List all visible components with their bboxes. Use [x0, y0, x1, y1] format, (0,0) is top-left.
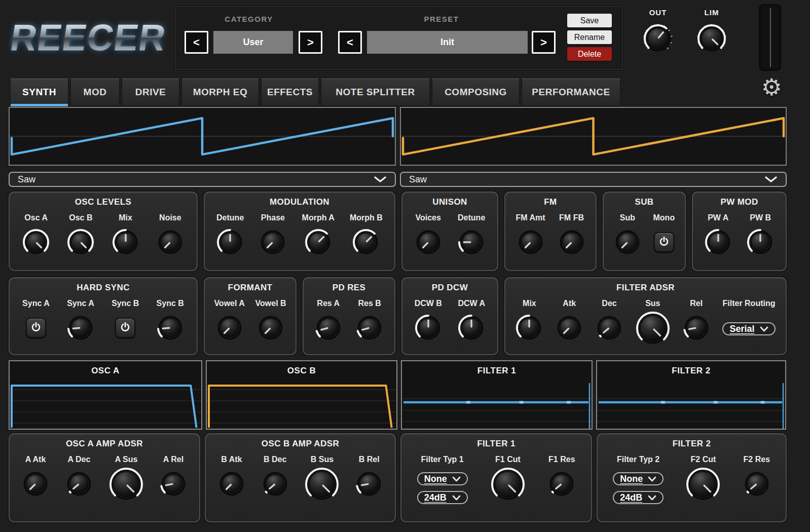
tab-drive[interactable]: DRIVE: [122, 79, 179, 106]
save-button[interactable]: Save: [567, 14, 612, 27]
vowel-a-knob[interactable]: [216, 314, 243, 341]
lim-knob[interactable]: [697, 24, 726, 53]
morph-a-knob[interactable]: [305, 229, 332, 256]
panel-osc-levels: OSC LEVELSOsc AOsc BMixNoise: [9, 192, 198, 271]
category-value[interactable]: User: [213, 31, 293, 54]
f1-res-knob[interactable]: [548, 470, 575, 498]
tab-morph-eq[interactable]: MORPH EQ: [181, 79, 259, 106]
rel-control: Rel: [683, 299, 710, 341]
mix-knob[interactable]: [516, 314, 543, 341]
filter-typ-1-label: Filter Typ 1: [421, 455, 464, 464]
fm-amt-label: FM Amt: [516, 213, 545, 222]
dcw-a-knob[interactable]: [458, 314, 485, 341]
mix-label: Mix: [119, 213, 132, 222]
dec-control: Dec: [596, 299, 623, 341]
panel-title: FORMANT: [205, 283, 296, 293]
filter-typ-1-select-1[interactable]: None: [417, 472, 468, 485]
mix-control: Mix: [516, 299, 543, 341]
fm-amt-knob[interactable]: [517, 229, 544, 256]
vowel-b-knob[interactable]: [257, 314, 284, 341]
a-sus-control: A Sus: [109, 455, 143, 502]
tab-synth[interactable]: SYNTH: [10, 79, 68, 106]
preset-value[interactable]: Init: [367, 31, 528, 54]
oscilloscope-row: [9, 107, 787, 166]
tab-mod[interactable]: MOD: [70, 79, 120, 106]
rel-knob[interactable]: [683, 314, 710, 341]
a-sus-knob[interactable]: [109, 467, 143, 502]
a-rel-knob[interactable]: [160, 470, 187, 498]
voices-label: Voices: [415, 213, 440, 222]
panel-controls: DCW BDCW A: [402, 299, 497, 354]
phase-knob[interactable]: [259, 229, 286, 256]
phase-label: Phase: [261, 213, 285, 222]
osc-a-knob[interactable]: [22, 229, 50, 256]
atk-control: Atk: [556, 299, 583, 341]
filter-typ-1-select-2-value: 24dB: [424, 492, 447, 503]
panel-filter-2: FILTER 2Filter Typ 2None24dBF2 CutF2 Res: [597, 433, 787, 522]
preset-next-button[interactable]: >: [532, 31, 556, 54]
osc-b-knob[interactable]: [67, 229, 94, 256]
dcw-b-knob[interactable]: [415, 314, 442, 341]
panel-title: FILTER 2: [598, 439, 786, 449]
pw-b-knob[interactable]: [747, 229, 774, 256]
sus-knob[interactable]: [636, 311, 670, 346]
out-label: OUT: [649, 8, 667, 17]
morph-b-knob[interactable]: [352, 229, 380, 256]
dec-knob[interactable]: [596, 314, 623, 341]
sub-knob[interactable]: [614, 229, 641, 256]
b-dec-knob[interactable]: [262, 470, 289, 498]
sync-a-knob[interactable]: [67, 314, 94, 341]
res-a-knob[interactable]: [315, 314, 342, 341]
osc-b-wave-value: Saw: [409, 174, 427, 185]
f1-cut-knob[interactable]: [491, 467, 525, 502]
a-dec-control: A Dec: [65, 455, 93, 498]
a-dec-label: A Dec: [68, 455, 91, 464]
sync-b-knob[interactable]: [157, 314, 184, 341]
a-atk-knob[interactable]: [22, 470, 49, 498]
f2-res-knob[interactable]: [743, 470, 770, 498]
category-next-button[interactable]: >: [299, 31, 322, 54]
a-dec-knob[interactable]: [65, 470, 93, 498]
noise-knob[interactable]: [157, 229, 184, 256]
filter-routing-label: Filter Routing: [723, 299, 776, 308]
filter-typ-2-select-1[interactable]: None: [613, 472, 664, 485]
filter-typ-2-select-2[interactable]: 24dB: [613, 491, 664, 504]
b-sus-knob[interactable]: [305, 467, 339, 502]
out-knob[interactable]: [643, 24, 673, 53]
tab-composing[interactable]: COMPOSING: [432, 79, 520, 106]
b-atk-knob[interactable]: [218, 470, 245, 498]
settings-gear-icon[interactable]: ⚙: [758, 74, 785, 100]
b-rel-label: B Rel: [359, 455, 380, 464]
fm-fb-knob[interactable]: [558, 229, 585, 256]
tab-note-splitter[interactable]: NOTE SPLITTER: [321, 79, 430, 106]
atk-knob[interactable]: [556, 314, 583, 341]
dcw-b-control: DCW B: [415, 299, 442, 341]
tab-performance[interactable]: PERFORMANCE: [522, 79, 620, 106]
filter-routing-select[interactable]: Serial: [722, 322, 775, 335]
morph-a-label: Morph A: [302, 213, 335, 222]
f2-cut-knob[interactable]: [686, 467, 720, 502]
pw-a-knob[interactable]: [705, 229, 732, 256]
detune-knob[interactable]: [458, 229, 485, 256]
osc-a-wave-select[interactable]: Saw: [9, 172, 396, 187]
sync-b-power-button[interactable]: [115, 318, 135, 338]
category-prev-button[interactable]: <: [185, 31, 208, 54]
detune-knob[interactable]: [216, 229, 244, 256]
b-atk-label: B Atk: [221, 455, 242, 464]
panel-title: OSC B AMP ADSR: [206, 439, 395, 449]
panel-pd-res: PD RESRes ARes B: [303, 277, 395, 355]
rename-button[interactable]: Rename: [567, 30, 612, 44]
tab-effects[interactable]: EFFECTS: [261, 79, 319, 106]
mono-power-button[interactable]: [654, 232, 674, 252]
mix-knob[interactable]: [112, 229, 139, 256]
voices-knob[interactable]: [415, 229, 442, 256]
filter-typ-1-select-2[interactable]: 24dB: [417, 491, 468, 504]
delete-button[interactable]: Delete: [567, 47, 612, 61]
sync-b-label: Sync B: [112, 299, 139, 308]
preset-prev-button[interactable]: <: [338, 31, 362, 54]
panel-controls: Sync ASync ASync BSync B: [10, 299, 197, 354]
b-rel-knob[interactable]: [355, 470, 383, 498]
sync-a-power-button[interactable]: [26, 318, 46, 338]
osc-b-wave-select[interactable]: Saw: [400, 172, 787, 187]
res-b-knob[interactable]: [356, 314, 383, 341]
